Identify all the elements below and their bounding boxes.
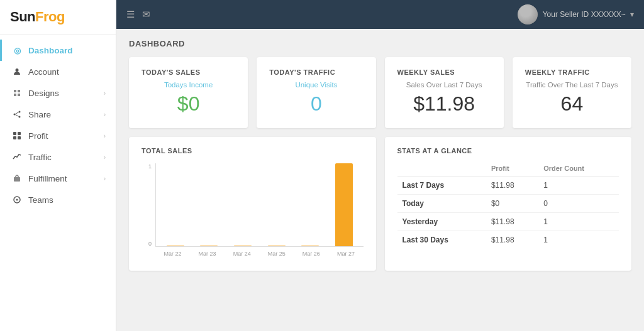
brand-name: SunFrog [10, 9, 65, 24]
svg-point-0 [16, 68, 19, 72]
col-header-order-count: Order Count [538, 162, 619, 176]
svg-rect-9 [18, 136, 21, 139]
sidebar-item-label-fulfillment: Fulfillment [28, 174, 67, 183]
stat-title-weekly-traffic: WEEKLY TRAFFIC [525, 68, 619, 76]
bar-mar26 [301, 246, 319, 246]
bar-group-mar25 [268, 163, 286, 246]
stats-at-a-glance: STATS AT A GLANCE Profit Order Count Las… [385, 137, 632, 271]
sidebar-item-teams[interactable]: Teams [0, 189, 116, 210]
topbar: ☰ ✉ Your Seller ID XXXXXX~ ▾ [116, 0, 644, 29]
stat-title-weekly-sales: WEEKLY SALES [397, 68, 491, 76]
svg-point-2 [14, 114, 16, 116]
sidebar-item-fulfillment[interactable]: Fulfillment › [0, 168, 116, 189]
avatar [518, 4, 538, 24]
seller-id-value: XXXXXX~ [591, 10, 626, 19]
x-label-mar24: Mar 24 [233, 251, 251, 257]
row-profit-last30: $11.98 [486, 231, 538, 249]
row-profit-today: $0 [486, 195, 538, 213]
x-label-mar22: Mar 22 [164, 251, 182, 257]
row-label-today: Today [397, 195, 486, 213]
svg-rect-6 [13, 132, 16, 135]
chevron-right-icon: › [104, 90, 106, 97]
seller-dropdown-icon[interactable]: ▾ [630, 10, 634, 19]
sidebar-item-label-share: Share [28, 110, 51, 119]
bar-mar23 [200, 246, 218, 246]
sidebar-item-label-designs: Designs [28, 89, 59, 98]
y-label-0: 0 [148, 241, 152, 247]
stat-value-todays-traffic: 0 [269, 92, 363, 116]
sidebar: SunFrog ◎ Dashboard Account Designs [0, 0, 116, 331]
col-header-period [397, 162, 486, 176]
mail-icon[interactable]: ✉ [142, 9, 150, 20]
stat-card-weekly-traffic: WEEKLY TRAFFIC Traffic Over The Last 7 D… [513, 57, 631, 128]
row-count-today: 0 [538, 195, 619, 213]
brand-sun: Sun [10, 9, 35, 24]
page-title: DASHBOARD [129, 39, 631, 48]
x-label-mar27: Mar 27 [337, 251, 355, 257]
sidebar-item-label-traffic: Traffic [28, 153, 52, 162]
chart-title: TOTAL SALES [142, 147, 364, 155]
sidebar-item-designs[interactable]: Designs › [0, 82, 116, 104]
stat-subtitle-todays-sales: Todays Income [142, 81, 235, 89]
bars-area [155, 163, 364, 247]
table-row: Yesterday $11.98 1 [397, 213, 619, 231]
row-profit-yesterday: $11.98 [486, 213, 538, 231]
row-count-last7: 1 [538, 176, 619, 195]
dashboard-icon: ◎ [12, 45, 22, 55]
row-label-last7: Last 7 Days [397, 176, 486, 195]
sidebar-item-share[interactable]: Share › [0, 104, 116, 125]
bar-group-mar24 [234, 163, 252, 246]
total-sales-chart: TOTAL SALES 1 0 [129, 137, 376, 271]
stat-card-todays-sales: TODAY'S SALES Todays Income $0 [129, 57, 248, 128]
y-label-1: 1 [148, 163, 152, 170]
content-area: DASHBOARD TODAY'S SALES Todays Income $0… [116, 29, 644, 331]
stat-subtitle-weekly-traffic: Traffic Over The Last 7 Days [525, 81, 619, 89]
sidebar-item-traffic[interactable]: Traffic › [0, 146, 116, 168]
stat-subtitle-weekly-sales: Sales Over Last 7 Days [397, 81, 491, 89]
chevron-right-icon-traffic: › [104, 154, 106, 161]
stat-value-weekly-traffic: 64 [525, 92, 619, 116]
chevron-right-icon-profit: › [104, 133, 106, 139]
svg-rect-10 [14, 177, 20, 182]
sidebar-item-label-profit: Profit [28, 131, 48, 141]
account-icon [12, 67, 22, 77]
profit-icon [12, 131, 22, 141]
menu-icon[interactable]: ☰ [126, 9, 135, 20]
row-label-last30: Last 30 Days [397, 231, 486, 249]
brand-frog: Frog [35, 9, 65, 24]
row-count-last30: 1 [538, 231, 619, 249]
stat-title-todays-traffic: TODAY'S TRAFFIC [269, 68, 363, 76]
fulfillment-icon [12, 173, 22, 183]
stat-title-todays-sales: TODAY'S SALES [142, 68, 235, 76]
table-row: Today $0 0 [397, 195, 619, 213]
teams-icon [12, 195, 22, 205]
sidebar-item-label-account: Account [28, 67, 59, 77]
sidebar-item-label-teams: Teams [28, 195, 53, 205]
stat-value-todays-sales: $0 [142, 92, 235, 116]
sidebar-item-profit[interactable]: Profit › [0, 125, 116, 146]
seller-id: Your Seller ID XXXXXX~ ▾ [543, 10, 634, 19]
table-row: Last 7 Days $11.98 1 [397, 176, 619, 195]
logo: SunFrog [0, 0, 116, 35]
svg-rect-7 [18, 132, 21, 135]
sidebar-item-dashboard[interactable]: ◎ Dashboard [0, 40, 116, 61]
svg-rect-8 [13, 136, 16, 139]
glance-title: STATS AT A GLANCE [397, 147, 619, 155]
stat-subtitle-todays-traffic: Unique Visits [269, 81, 363, 89]
x-label-mar23: Mar 23 [199, 251, 216, 257]
svg-line-4 [16, 112, 19, 114]
share-icon [12, 109, 22, 119]
row-count-yesterday: 1 [538, 213, 619, 231]
svg-line-5 [16, 115, 19, 117]
chart-area: 1 0 [142, 163, 364, 261]
bar-group-mar27 [335, 163, 353, 246]
avatar-image [518, 4, 538, 24]
sidebar-item-label-dashboard: Dashboard [28, 46, 73, 55]
y-axis: 1 0 [142, 163, 154, 247]
topbar-right: Your Seller ID XXXXXX~ ▾ [518, 4, 634, 24]
bar-mar24 [234, 246, 252, 246]
stats-row: TODAY'S SALES Todays Income $0 TODAY'S T… [129, 57, 631, 128]
row-profit-last7: $11.98 [486, 176, 538, 195]
sidebar-item-account[interactable]: Account [0, 61, 116, 82]
x-label-mar25: Mar 25 [268, 251, 286, 257]
